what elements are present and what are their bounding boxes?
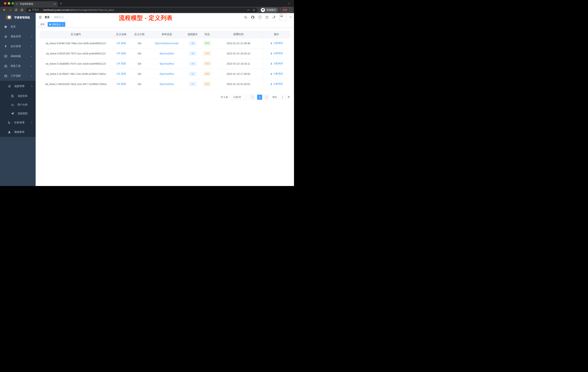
assign-rule-button[interactable]: 分配规则 <box>270 52 283 55</box>
form-icon <box>10 94 15 98</box>
header-actions <box>244 13 292 21</box>
sidebar: 芋道管理系统 首页 系统管理 支付管理 <box>0 13 36 186</box>
definition-name-link[interactable]: OA 请假 <box>116 42 126 44</box>
fullscreen-icon[interactable] <box>265 16 269 19</box>
cell-category: OA <box>130 79 148 89</box>
assign-rule-button[interactable]: 分配规则 <box>270 72 283 75</box>
table-row: oa_leave:1:482ec033-762a-11ec-8477-a2380… <box>40 79 290 89</box>
form-link[interactable]: /bpm/oa/flow <box>159 83 174 86</box>
table-row: oa_leave:5:004b710b-7b8a-11ec-8ef0-acde4… <box>40 38 290 48</box>
form-link[interactable]: /bpm/oa/flow <box>159 62 174 65</box>
cell-category: OA <box>130 59 148 69</box>
sidebar-item-system[interactable]: 系统管理 <box>0 32 36 42</box>
new-tab-button[interactable]: + <box>60 2 62 5</box>
sidebar-item-process-management[interactable]: 流程管理 <box>0 81 36 92</box>
browser-menu-kebab-icon[interactable] <box>289 9 290 11</box>
definition-name-link[interactable]: OA 请假 <box>116 62 126 65</box>
col-header-deploy-time: 部署时间 <box>214 31 263 38</box>
user-icon <box>270 73 273 75</box>
sidebar-item-infrastructure[interactable]: 基础设施 <box>0 51 36 61</box>
forward-button[interactable] <box>8 8 13 12</box>
help-icon[interactable] <box>258 15 262 19</box>
back-button[interactable] <box>2 8 7 12</box>
minimize-window-button[interactable] <box>8 2 10 5</box>
assign-rule-button[interactable]: 分配规则 <box>270 62 283 65</box>
tag-process-definition[interactable]: 流程定义 × <box>48 22 65 27</box>
avatar[interactable] <box>279 14 286 21</box>
github-icon[interactable] <box>251 15 255 19</box>
version-badge: v4 <box>189 52 196 55</box>
form-link[interactable]: /bpm/oa/leave/create <box>155 42 179 45</box>
close-window-button[interactable] <box>4 2 6 5</box>
key-icon[interactable] <box>247 9 250 11</box>
sidebar-item-task-management[interactable]: 任务管理 <box>0 118 36 127</box>
incognito-label: 无痕模式 <box>266 8 276 12</box>
sidebar-item-process-model[interactable]: 流程模型 <box>0 109 36 118</box>
prev-page-button[interactable] <box>250 95 255 100</box>
goto-page-input[interactable] <box>279 95 286 100</box>
assign-rule-button[interactable]: 分配规则 <box>270 82 283 86</box>
browser-tab[interactable]: 芋道管理系统 ✕ <box>14 1 58 7</box>
robot-icon <box>10 103 15 107</box>
page-number-button[interactable]: 1 <box>257 95 262 100</box>
user-icon <box>270 42 273 44</box>
definition-name-link[interactable]: OA 请假 <box>116 82 126 85</box>
breadcrumb-current: 流程定义 <box>54 16 64 19</box>
update-button[interactable]: 更新 <box>280 7 292 13</box>
sidebar-item-user-group[interactable]: 用户分组 <box>0 100 36 109</box>
pagination-total: 共 5 条 <box>221 96 228 99</box>
toolbox-icon <box>4 65 8 68</box>
incognito-badge: 无痕模式 <box>260 8 278 12</box>
annotation-title: 流程模型 - 定义列表 <box>119 14 173 22</box>
col-header-category: 定义分类 <box>130 31 148 38</box>
assign-rule-button[interactable]: 分配规则 <box>270 42 283 45</box>
cell-deploy-time: 2022-01-16 17:46:53 <box>214 69 263 79</box>
sidebar-item-leave-query[interactable]: 请假查询 <box>0 127 36 137</box>
caret-down-icon[interactable] <box>290 17 292 19</box>
page-unit-label: 页 <box>288 96 290 99</box>
bookmark-star-icon[interactable] <box>252 9 255 11</box>
definition-name-link[interactable]: OA 请假 <box>116 52 126 55</box>
sidebar-logo[interactable]: 芋道管理系统 <box>0 13 36 22</box>
tab-search-chevron-icon[interactable] <box>288 2 290 5</box>
home-button[interactable] <box>19 8 24 12</box>
next-page-button[interactable] <box>264 95 269 100</box>
hamburger-icon[interactable] <box>39 15 42 19</box>
sidebar-item-devtools[interactable]: 研发工具 <box>0 61 36 71</box>
breadcrumb-separator: / <box>51 16 52 19</box>
cell-category: OA <box>130 48 148 59</box>
incognito-icon <box>261 8 265 12</box>
tab-close-icon[interactable]: ✕ <box>54 3 56 5</box>
goto-label: 前往 <box>272 96 277 99</box>
tree-icon <box>7 121 11 124</box>
user-icon <box>270 62 273 65</box>
paper-plane-icon <box>10 112 15 115</box>
dashboard-icon <box>4 25 8 29</box>
sidebar-item-workflow[interactable]: 工作流程 <box>0 71 36 81</box>
sidebar-item-payment[interactable]: 支付管理 <box>0 42 36 51</box>
sidebar-item-home[interactable]: 首页 <box>0 22 36 32</box>
monitor-icon <box>4 55 8 58</box>
search-icon[interactable] <box>244 16 248 19</box>
sidebar-item-process-form[interactable]: 流程表单 <box>0 92 36 100</box>
tag-home[interactable]: 首页 <box>39 22 47 27</box>
reload-button[interactable] <box>13 8 19 12</box>
tag-close-icon[interactable]: × <box>62 23 63 25</box>
breadcrumb-home[interactable]: 首页 <box>44 16 50 19</box>
cell-category: OA <box>130 38 148 48</box>
warning-icon <box>28 9 31 11</box>
url-bar[interactable]: 不安全 dashboard.yudao.iocoder.cn/bpm/manag… <box>26 8 257 12</box>
definition-table: 定义编号 定义名称 定义分类 表单信息 流程版本 状态 部署时间 操作 oa_l <box>40 31 290 89</box>
table-row: oa_leave:2:3c1f0ef1-76b1-11ec-9c66-a2380… <box>40 69 290 79</box>
col-header-status: 状态 <box>200 31 214 38</box>
font-size-icon[interactable] <box>272 15 276 19</box>
chevron-down-icon <box>31 65 33 67</box>
page-size-select[interactable]: 10条/页 <box>231 95 248 100</box>
definition-name-link[interactable]: OA 请假 <box>116 72 126 75</box>
page-content: 定义编号 定义名称 定义分类 表单信息 流程版本 状态 部署时间 操作 oa_l <box>36 28 294 186</box>
chevron-right-icon <box>265 96 268 98</box>
chevron-down-icon <box>31 35 33 38</box>
form-link[interactable]: /bpm/oa/flow <box>159 52 174 55</box>
form-link[interactable]: /bpm/oa/flow <box>159 72 174 75</box>
col-header-version: 流程版本 <box>185 31 200 38</box>
